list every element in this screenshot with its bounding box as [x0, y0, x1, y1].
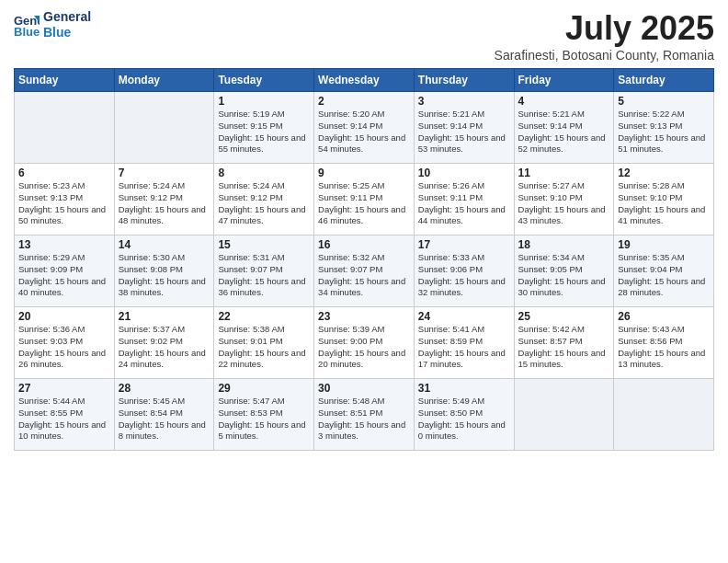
calendar-cell: 5Sunrise: 5:22 AM Sunset: 9:13 PM Daylig… — [614, 92, 714, 164]
day-info: Sunrise: 5:47 AM Sunset: 8:53 PM Dayligh… — [218, 396, 310, 442]
day-info: Sunrise: 5:20 AM Sunset: 9:14 PM Dayligh… — [318, 109, 410, 155]
calendar-cell: 2Sunrise: 5:20 AM Sunset: 9:14 PM Daylig… — [314, 92, 415, 164]
day-number: 19 — [618, 238, 710, 251]
day-number: 18 — [518, 238, 610, 251]
calendar-cell: 21Sunrise: 5:37 AM Sunset: 9:02 PM Dayli… — [114, 307, 214, 379]
day-number: 8 — [218, 167, 310, 179]
calendar-cell: 27Sunrise: 5:44 AM Sunset: 8:55 PM Dayli… — [15, 379, 115, 451]
logo-icon: General Blue — [14, 12, 40, 38]
day-info: Sunrise: 5:37 AM Sunset: 9:02 PM Dayligh… — [119, 324, 210, 371]
title-block: July 2025 Sarafinesti, Botosani County, … — [495, 9, 714, 63]
calendar-cell: 17Sunrise: 5:33 AM Sunset: 9:06 PM Dayli… — [414, 236, 514, 307]
calendar-week-row: 1Sunrise: 5:19 AM Sunset: 9:15 PM Daylig… — [15, 92, 714, 164]
weekday-header-sunday: Sunday — [15, 69, 115, 92]
calendar-cell: 4Sunrise: 5:21 AM Sunset: 9:14 PM Daylig… — [514, 92, 614, 164]
calendar-cell: 11Sunrise: 5:27 AM Sunset: 9:10 PM Dayli… — [514, 164, 614, 236]
day-info: Sunrise: 5:36 AM Sunset: 9:03 PM Dayligh… — [18, 324, 110, 371]
day-number: 26 — [618, 310, 710, 323]
calendar-cell — [15, 92, 115, 164]
calendar: SundayMondayTuesdayWednesdayThursdayFrid… — [14, 68, 714, 451]
day-number: 2 — [318, 95, 410, 108]
calendar-cell: 7Sunrise: 5:24 AM Sunset: 9:12 PM Daylig… — [114, 164, 214, 236]
day-number: 6 — [18, 167, 110, 179]
day-number: 27 — [18, 382, 110, 395]
calendar-cell: 20Sunrise: 5:36 AM Sunset: 9:03 PM Dayli… — [15, 307, 115, 379]
weekday-header-monday: Monday — [114, 69, 214, 92]
logo-text-general: General — [43, 9, 91, 25]
calendar-cell: 13Sunrise: 5:29 AM Sunset: 9:09 PM Dayli… — [15, 236, 115, 307]
logo: General Blue General Blue — [14, 9, 91, 40]
calendar-cell: 6Sunrise: 5:23 AM Sunset: 9:13 PM Daylig… — [15, 164, 115, 236]
day-number: 22 — [218, 310, 310, 323]
day-info: Sunrise: 5:23 AM Sunset: 9:13 PM Dayligh… — [18, 180, 110, 227]
weekday-header-saturday: Saturday — [614, 69, 714, 92]
day-info: Sunrise: 5:39 AM Sunset: 9:00 PM Dayligh… — [318, 324, 410, 371]
calendar-cell — [514, 379, 614, 451]
title-month: July 2025 — [495, 9, 714, 48]
day-info: Sunrise: 5:26 AM Sunset: 9:11 PM Dayligh… — [418, 180, 510, 227]
calendar-cell: 25Sunrise: 5:42 AM Sunset: 8:57 PM Dayli… — [514, 307, 614, 379]
day-number: 13 — [18, 238, 110, 251]
day-info: Sunrise: 5:28 AM Sunset: 9:10 PM Dayligh… — [618, 180, 710, 227]
day-number: 11 — [518, 167, 610, 179]
page: General Blue General Blue July 2025 Sara… — [0, 0, 728, 563]
calendar-cell: 26Sunrise: 5:43 AM Sunset: 8:56 PM Dayli… — [614, 307, 714, 379]
calendar-cell: 28Sunrise: 5:45 AM Sunset: 8:54 PM Dayli… — [114, 379, 214, 451]
day-number: 14 — [119, 238, 210, 251]
weekday-header-row: SundayMondayTuesdayWednesdayThursdayFrid… — [15, 69, 714, 92]
day-number: 29 — [218, 382, 310, 395]
day-info: Sunrise: 5:29 AM Sunset: 9:09 PM Dayligh… — [18, 252, 110, 299]
day-number: 17 — [418, 238, 510, 251]
day-info: Sunrise: 5:48 AM Sunset: 8:51 PM Dayligh… — [318, 396, 410, 442]
day-number: 15 — [218, 238, 310, 251]
day-info: Sunrise: 5:41 AM Sunset: 8:59 PM Dayligh… — [418, 324, 510, 371]
day-info: Sunrise: 5:35 AM Sunset: 9:04 PM Dayligh… — [618, 252, 710, 299]
calendar-cell: 8Sunrise: 5:24 AM Sunset: 9:12 PM Daylig… — [214, 164, 314, 236]
weekday-header-friday: Friday — [514, 69, 614, 92]
day-info: Sunrise: 5:27 AM Sunset: 9:10 PM Dayligh… — [518, 180, 610, 227]
calendar-week-row: 20Sunrise: 5:36 AM Sunset: 9:03 PM Dayli… — [15, 307, 714, 379]
day-info: Sunrise: 5:25 AM Sunset: 9:11 PM Dayligh… — [318, 180, 410, 227]
calendar-cell: 3Sunrise: 5:21 AM Sunset: 9:14 PM Daylig… — [414, 92, 514, 164]
day-number: 3 — [418, 95, 510, 108]
day-number: 5 — [618, 95, 710, 108]
day-number: 1 — [218, 95, 310, 108]
day-number: 9 — [318, 167, 410, 179]
calendar-cell: 24Sunrise: 5:41 AM Sunset: 8:59 PM Dayli… — [414, 307, 514, 379]
day-number: 4 — [518, 95, 610, 108]
day-info: Sunrise: 5:34 AM Sunset: 9:05 PM Dayligh… — [518, 252, 610, 299]
day-number: 28 — [119, 382, 210, 395]
calendar-cell: 31Sunrise: 5:49 AM Sunset: 8:50 PM Dayli… — [414, 379, 514, 451]
calendar-cell: 30Sunrise: 5:48 AM Sunset: 8:51 PM Dayli… — [314, 379, 415, 451]
calendar-week-row: 27Sunrise: 5:44 AM Sunset: 8:55 PM Dayli… — [15, 379, 714, 451]
calendar-week-row: 13Sunrise: 5:29 AM Sunset: 9:09 PM Dayli… — [15, 236, 714, 307]
day-info: Sunrise: 5:31 AM Sunset: 9:07 PM Dayligh… — [218, 252, 310, 299]
day-info: Sunrise: 5:22 AM Sunset: 9:13 PM Dayligh… — [618, 109, 710, 155]
day-number: 10 — [418, 167, 510, 179]
day-info: Sunrise: 5:32 AM Sunset: 9:07 PM Dayligh… — [318, 252, 410, 299]
day-number: 7 — [119, 167, 210, 179]
day-info: Sunrise: 5:44 AM Sunset: 8:55 PM Dayligh… — [18, 396, 110, 442]
calendar-week-row: 6Sunrise: 5:23 AM Sunset: 9:13 PM Daylig… — [15, 164, 714, 236]
calendar-cell: 22Sunrise: 5:38 AM Sunset: 9:01 PM Dayli… — [214, 307, 314, 379]
day-info: Sunrise: 5:24 AM Sunset: 9:12 PM Dayligh… — [119, 180, 210, 227]
calendar-cell: 10Sunrise: 5:26 AM Sunset: 9:11 PM Dayli… — [414, 164, 514, 236]
calendar-cell: 23Sunrise: 5:39 AM Sunset: 9:00 PM Dayli… — [314, 307, 415, 379]
day-info: Sunrise: 5:45 AM Sunset: 8:54 PM Dayligh… — [119, 396, 210, 442]
header: General Blue General Blue July 2025 Sara… — [14, 9, 714, 63]
day-number: 23 — [318, 310, 410, 323]
calendar-cell: 15Sunrise: 5:31 AM Sunset: 9:07 PM Dayli… — [214, 236, 314, 307]
day-info: Sunrise: 5:21 AM Sunset: 9:14 PM Dayligh… — [418, 109, 510, 155]
calendar-cell — [114, 92, 214, 164]
day-info: Sunrise: 5:21 AM Sunset: 9:14 PM Dayligh… — [518, 109, 610, 155]
day-info: Sunrise: 5:42 AM Sunset: 8:57 PM Dayligh… — [518, 324, 610, 371]
day-info: Sunrise: 5:30 AM Sunset: 9:08 PM Dayligh… — [119, 252, 210, 299]
day-number: 30 — [318, 382, 410, 395]
day-info: Sunrise: 5:24 AM Sunset: 9:12 PM Dayligh… — [218, 180, 310, 227]
calendar-cell: 29Sunrise: 5:47 AM Sunset: 8:53 PM Dayli… — [214, 379, 314, 451]
calendar-cell: 1Sunrise: 5:19 AM Sunset: 9:15 PM Daylig… — [214, 92, 314, 164]
logo-text-blue: Blue — [43, 25, 91, 40]
day-info: Sunrise: 5:19 AM Sunset: 9:15 PM Dayligh… — [218, 109, 310, 155]
svg-text:Blue: Blue — [14, 25, 40, 38]
calendar-cell: 18Sunrise: 5:34 AM Sunset: 9:05 PM Dayli… — [514, 236, 614, 307]
